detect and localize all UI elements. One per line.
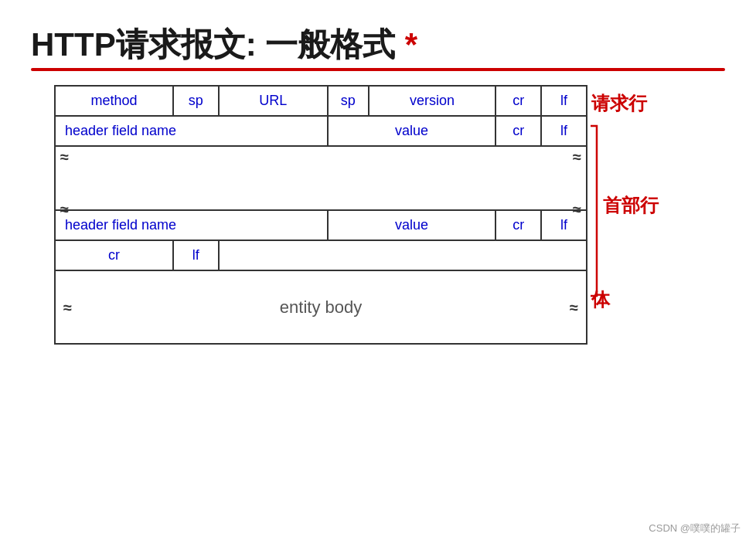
cell-cr2: cr <box>495 116 541 146</box>
cell-value-2: value <box>328 210 496 240</box>
cell-value-1: value <box>328 116 496 146</box>
content-row: method sp URL sp version cr lf header fi… <box>31 85 725 345</box>
cell-cr3: cr <box>495 210 541 240</box>
page-container: HTTP请求报文: 一般格式 * method sp URL sp versio… <box>0 0 756 547</box>
cell-header-name-2: header field name <box>55 210 328 240</box>
cell-sp2: sp <box>328 86 369 116</box>
struct-table: method sp URL sp version cr lf header fi… <box>54 85 587 345</box>
request-line-label-area: 请求行 <box>591 91 647 116</box>
cell-method: method <box>55 86 173 116</box>
title-underline <box>31 68 725 71</box>
cell-lf4: lf <box>173 240 219 270</box>
wavy-right-2: ≈ <box>573 201 581 219</box>
body-label: 体 <box>591 287 610 312</box>
entity-body-label: entity body <box>280 297 362 317</box>
cell-sp1: sp <box>173 86 219 116</box>
cell-url: URL <box>219 86 328 116</box>
spacer-row <box>55 157 587 199</box>
header-bracket <box>589 122 598 300</box>
header-row-1: header field name value cr lf <box>55 116 587 146</box>
wavy-left-3: ≈ <box>63 298 72 316</box>
diagram-wrapper: method sp URL sp version cr lf header fi… <box>54 85 587 345</box>
cell-header-name-1: header field name <box>55 116 328 146</box>
entity-row: ≈ entity body ≈ <box>55 270 587 344</box>
page-title: HTTP请求报文: 一般格式 <box>31 23 395 66</box>
cell-cr1: cr <box>495 86 541 116</box>
crlf-row: cr lf <box>55 240 587 270</box>
body-label-area: 体 <box>591 287 610 312</box>
wavy-row-2: ≈ ≈ <box>55 199 587 210</box>
header-lines-label: 首部行 <box>603 193 659 218</box>
cell-lf2: lf <box>541 116 587 146</box>
request-row: method sp URL sp version cr lf <box>55 86 587 116</box>
cell-entity: ≈ entity body ≈ <box>55 270 587 344</box>
wavy-row-1: ≈ ≈ <box>55 146 587 157</box>
header-lines-label-area: 首部行 <box>603 193 659 218</box>
request-line-label: 请求行 <box>591 91 647 116</box>
cell-version: version <box>369 86 496 116</box>
watermark: CSDN @噗噗的罐子 <box>649 522 741 535</box>
header-row-2: header field name value cr lf <box>55 210 587 240</box>
wavy-right-3: ≈ <box>570 298 578 316</box>
title-asterisk: * <box>405 26 417 63</box>
wavy-left-1: ≈ <box>60 148 69 166</box>
wavy-right-1: ≈ <box>573 148 581 166</box>
title-area: HTTP请求报文: 一般格式 * <box>31 23 725 71</box>
cell-cr4: cr <box>55 240 173 270</box>
wavy-left-2: ≈ <box>60 201 69 219</box>
cell-lf1: lf <box>541 86 587 116</box>
